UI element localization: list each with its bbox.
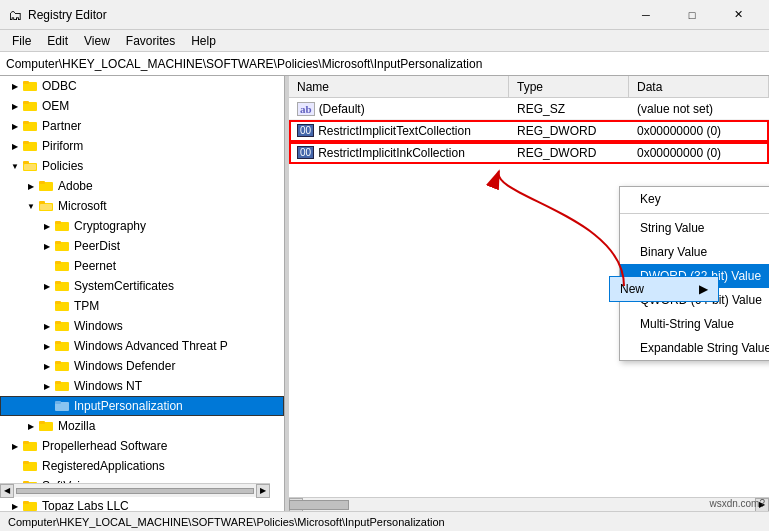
tree-item-oem[interactable]: ▶ OEM xyxy=(0,96,284,116)
tree-item-peernet[interactable]: Peernet xyxy=(0,256,284,276)
cell-text: RestrictImplicitTextCollection xyxy=(318,124,471,138)
tree-item-label: Topaz Labs LLC xyxy=(42,499,129,511)
tree-item-odbc[interactable]: ▶ ODBC xyxy=(0,76,284,96)
tree-item-partner[interactable]: ▶ Partner xyxy=(0,116,284,136)
ctx-key[interactable]: Key xyxy=(620,187,769,211)
expand-arrow xyxy=(40,259,54,273)
h-scrollbar[interactable]: ◀ ▶ xyxy=(289,497,769,511)
ctx-expandable-value[interactable]: Expandable String Value xyxy=(620,336,769,360)
menu-edit[interactable]: Edit xyxy=(39,32,76,50)
tree-scroll-left[interactable]: ◀ xyxy=(0,484,14,498)
tree-item-watp[interactable]: ▶ Windows Advanced Threat P xyxy=(0,336,284,356)
expand-arrow: ▼ xyxy=(24,199,38,213)
svg-rect-45 xyxy=(23,501,29,504)
cell-data-restrict-text: 0x00000000 (0) xyxy=(629,122,769,140)
cell-type-restrict-ink: REG_DWORD xyxy=(509,144,629,162)
svg-rect-39 xyxy=(23,441,29,444)
new-arrow-icon: ▶ xyxy=(699,282,708,296)
tree-scroll[interactable]: ▶ ODBC ▶ OEM ▶ Partner xyxy=(0,76,284,511)
tree-item-systemcerts[interactable]: ▶ SystemCertificates xyxy=(0,276,284,296)
tree-item-microsoft[interactable]: ▼ Microsoft xyxy=(0,196,284,216)
folder-icon-selected xyxy=(54,398,70,414)
svg-rect-19 xyxy=(55,241,61,244)
svg-rect-27 xyxy=(55,321,61,324)
tree-item-regapps[interactable]: RegisteredApplications xyxy=(0,456,284,476)
menu-file[interactable]: File xyxy=(4,32,39,50)
svg-rect-3 xyxy=(23,101,29,104)
cell-type-default: REG_SZ xyxy=(509,100,629,118)
expand-arrow: ▶ xyxy=(40,339,54,353)
status-bar: Computer\HKEY_LOCAL_MACHINE\SOFTWARE\Pol… xyxy=(0,511,769,531)
watermark-text: wsxdn.com? xyxy=(709,498,765,509)
tree-item-label: Microsoft xyxy=(58,199,107,213)
svg-rect-21 xyxy=(55,261,61,264)
h-scroll-thumb[interactable] xyxy=(289,500,349,510)
tree-item-label: Windows NT xyxy=(74,379,142,393)
expand-arrow: ▶ xyxy=(24,419,38,433)
ctx-multistring-value[interactable]: Multi-String Value xyxy=(620,312,769,336)
main-content: ▶ ODBC ▶ OEM ▶ Partner xyxy=(0,76,769,511)
ctx-string-value[interactable]: String Value xyxy=(620,216,769,240)
tree-item-label: Cryptography xyxy=(74,219,146,233)
table-row[interactable]: ab (Default) REG_SZ (value not set) xyxy=(289,98,769,120)
regedit-icon: 🗂 xyxy=(8,7,22,23)
tree-item-tpm[interactable]: TPM xyxy=(0,296,284,316)
table-row[interactable]: 00 RestrictImplicitTextCollection REG_DW… xyxy=(289,120,769,142)
menu-view[interactable]: View xyxy=(76,32,118,50)
close-button[interactable]: ✕ xyxy=(715,0,761,30)
cell-text: RestrictImplicitInkCollection xyxy=(318,146,465,160)
tree-item-label: TPM xyxy=(74,299,99,313)
tree-item-propellerhead[interactable]: ▶ Propellerhead Software xyxy=(0,436,284,456)
cell-data-restrict-ink: 0x00000000 (0) xyxy=(629,144,769,162)
svg-rect-15 xyxy=(40,204,52,210)
title-bar-left: 🗂 Registry Editor xyxy=(8,7,107,23)
tree-item-cryptography[interactable]: ▶ Cryptography xyxy=(0,216,284,236)
ctx-binary-value[interactable]: Binary Value xyxy=(620,240,769,264)
watermark: wsxdn.com? xyxy=(709,498,765,509)
cell-name-restrict-ink: 00 RestrictImplicitInkCollection xyxy=(289,144,509,162)
svg-rect-1 xyxy=(23,81,29,84)
expand-arrow xyxy=(40,299,54,313)
tree-item-piriform[interactable]: ▶ Piriform xyxy=(0,136,284,156)
table-row[interactable]: 00 RestrictImplicitInkCollection REG_DWO… xyxy=(289,142,769,164)
expand-arrow xyxy=(8,459,22,473)
folder-icon xyxy=(54,278,70,294)
tree-item-adobe[interactable]: ▶ Adobe xyxy=(0,176,284,196)
tree-item-defender[interactable]: ▶ Windows Defender xyxy=(0,356,284,376)
tree-item-inputpersonalization[interactable]: InputPersonalization xyxy=(0,396,284,416)
reg-icon-ab: ab xyxy=(297,102,315,116)
expand-arrow: ▶ xyxy=(40,379,54,393)
folder-icon xyxy=(54,258,70,274)
tree-scroll-right[interactable]: ▶ xyxy=(256,484,270,498)
svg-rect-14 xyxy=(39,201,45,204)
tree-item-label: ODBC xyxy=(42,79,77,93)
expand-arrow: ▶ xyxy=(40,359,54,373)
tree-pane: ▶ ODBC ▶ OEM ▶ Partner xyxy=(0,76,285,511)
tree-item-windowsnt[interactable]: ▶ Windows NT xyxy=(0,376,284,396)
tree-item-topaz[interactable]: ▶ Topaz Labs LLC xyxy=(0,496,284,511)
tree-item-peerdist[interactable]: ▶ PeerDist xyxy=(0,236,284,256)
address-path: Computer\HKEY_LOCAL_MACHINE\SOFTWARE\Pol… xyxy=(6,57,482,71)
new-submenu-trigger-container: New ▶ xyxy=(609,276,719,302)
svg-rect-17 xyxy=(55,221,61,224)
tree-item-windows-ms[interactable]: ▶ Windows xyxy=(0,316,284,336)
tree-item-policies[interactable]: ▼ Policies xyxy=(0,156,284,176)
expand-arrow xyxy=(40,399,54,413)
svg-rect-31 xyxy=(55,361,61,364)
tree-item-mozilla[interactable]: ▶ Mozilla xyxy=(0,416,284,436)
expand-arrow: ▶ xyxy=(8,99,22,113)
tree-item-label: Adobe xyxy=(58,179,93,193)
svg-rect-7 xyxy=(23,141,29,144)
svg-rect-25 xyxy=(55,301,61,304)
expand-arrow: ▶ xyxy=(8,499,22,511)
minimize-button[interactable]: ─ xyxy=(623,0,669,30)
new-label: New xyxy=(620,282,644,296)
tree-item-label: Windows Advanced Threat P xyxy=(74,339,228,353)
menu-help[interactable]: Help xyxy=(183,32,224,50)
menu-favorites[interactable]: Favorites xyxy=(118,32,183,50)
address-bar: Computer\HKEY_LOCAL_MACHINE\SOFTWARE\Pol… xyxy=(0,52,769,76)
folder-icon-open xyxy=(38,198,54,214)
new-menu-item[interactable]: New ▶ xyxy=(609,276,719,302)
maximize-button[interactable]: □ xyxy=(669,0,715,30)
tree-item-label: Propellerhead Software xyxy=(42,439,167,453)
